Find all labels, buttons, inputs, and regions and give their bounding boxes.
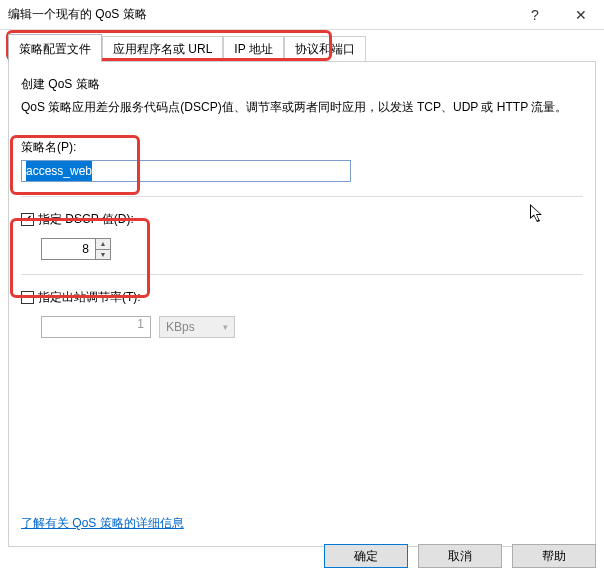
tab-strip: 策略配置文件 应用程序名或 URL IP 地址 协议和端口 (0, 30, 604, 62)
policy-name-input[interactable]: access_web (21, 160, 351, 182)
dialog-buttons: 确定 取消 帮助 (324, 544, 596, 568)
close-icon[interactable]: ✕ (558, 0, 604, 30)
help-icon[interactable]: ? (512, 0, 558, 30)
dscp-spin[interactable]: ▲ ▼ (41, 238, 583, 260)
spin-down-icon[interactable]: ▼ (96, 249, 110, 260)
spin-up-icon[interactable]: ▲ (96, 239, 110, 249)
tab-app-or-url[interactable]: 应用程序名或 URL (102, 36, 223, 62)
learn-more-link[interactable]: 了解有关 QoS 策略的详细信息 (21, 515, 184, 532)
dscp-checkbox[interactable] (21, 213, 34, 226)
tab-protocol-port[interactable]: 协议和端口 (284, 36, 366, 62)
cancel-button[interactable]: 取消 (418, 544, 502, 568)
section-title: 创建 QoS 策略 (21, 76, 583, 93)
ok-button[interactable]: 确定 (324, 544, 408, 568)
rate-value-input: 1 (41, 316, 151, 338)
rate-unit-label: KBps (166, 320, 195, 334)
rate-label: 指定出站调节率(T): (38, 289, 141, 306)
divider (21, 196, 583, 197)
policy-name-label: 策略名(P): (21, 139, 583, 156)
rate-checkbox[interactable] (21, 291, 34, 304)
tab-policy-profile[interactable]: 策略配置文件 (8, 34, 102, 62)
title-bar: 编辑一个现有的 QoS 策略 ? ✕ (0, 0, 604, 30)
help-button[interactable]: 帮助 (512, 544, 596, 568)
dscp-spin-buttons[interactable]: ▲ ▼ (95, 238, 111, 260)
policy-name-value: access_web (26, 161, 92, 181)
tab-panel: 创建 QoS 策略 QoS 策略应用差分服务代码点(DSCP)值、调节率或两者同… (8, 61, 596, 547)
rate-unit-select: KBps ▾ (159, 316, 235, 338)
dscp-label: 指定 DSCP 值(D): (38, 211, 134, 228)
chevron-down-icon: ▾ (223, 322, 228, 332)
tab-ip-address[interactable]: IP 地址 (223, 36, 283, 62)
dscp-value-input[interactable] (41, 238, 95, 260)
divider (21, 274, 583, 275)
window-title: 编辑一个现有的 QoS 策略 (8, 6, 512, 23)
section-description: QoS 策略应用差分服务代码点(DSCP)值、调节率或两者同时应用，以发送 TC… (21, 99, 583, 115)
